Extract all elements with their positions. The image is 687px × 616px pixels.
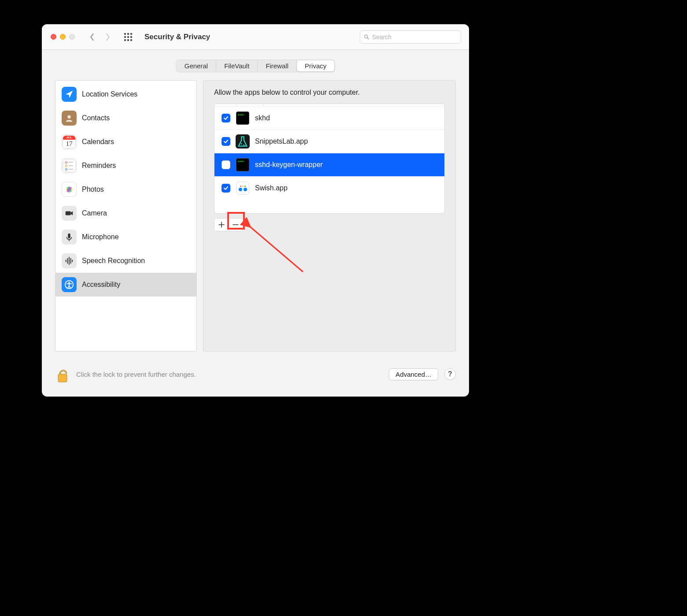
swish-dots-icon: [236, 181, 250, 195]
lock-text: Click the lock to prevent further change…: [76, 371, 196, 378]
annotation-arrow: [246, 223, 312, 276]
chevron-left-icon: [89, 33, 95, 41]
svg-rect-19: [68, 234, 70, 238]
help-button[interactable]: ?: [444, 368, 456, 380]
svg-point-11: [67, 115, 70, 119]
sidebar-item-camera[interactable]: Camera: [55, 201, 196, 225]
toolbar: Security & Privacy: [42, 24, 469, 50]
sidebar-item-label: Photos: [82, 186, 104, 193]
grid-icon: [124, 33, 132, 41]
remove-app-button[interactable]: [229, 219, 243, 231]
app-name-label: skhd: [255, 114, 270, 122]
waveform-icon: [62, 253, 77, 268]
scroll-clipped-indicator: [214, 104, 444, 107]
app-list[interactable]: execskhdSnippetsLab.appexecsshd-keygen-w…: [214, 104, 445, 214]
sidebar-item-location-services[interactable]: Location Services: [55, 82, 196, 106]
pane-heading: Allow the apps below to control your com…: [214, 89, 445, 96]
panes: Location ServicesContactsJUL17CalendarsR…: [55, 80, 456, 352]
sidebar-item-label: Reminders: [82, 162, 116, 170]
footer: Click the lock to prevent further change…: [42, 360, 469, 397]
tab-general[interactable]: General: [177, 60, 216, 71]
search-icon: [364, 34, 369, 40]
tab-privacy[interactable]: Privacy: [297, 60, 334, 71]
sidebar-item-label: Calendars: [82, 138, 114, 146]
app-checkbox[interactable]: [222, 114, 230, 122]
zoom-button[interactable]: [69, 34, 75, 40]
camera-icon: [62, 206, 77, 221]
app-row[interactable]: execsshd-keygen-wrapper: [214, 153, 444, 177]
app-row[interactable]: SnippetsLab.app: [214, 130, 444, 153]
show-all-button[interactable]: [122, 31, 134, 43]
lock-icon[interactable]: [55, 365, 70, 383]
add-remove-controls: [214, 218, 243, 231]
add-app-button[interactable]: [214, 219, 229, 231]
app-checkbox[interactable]: [222, 137, 230, 146]
segmented-control: GeneralFileVaultFirewallPrivacy: [176, 59, 336, 72]
svg-line-10: [367, 37, 369, 39]
check-icon: [223, 186, 229, 191]
location-arrow-icon: [62, 87, 77, 102]
app-row[interactable]: Swish.app: [214, 177, 444, 200]
contacts-icon: [62, 111, 77, 126]
exec-icon: exec: [236, 158, 250, 172]
preferences-window: Security & Privacy GeneralFileVaultFirew…: [42, 24, 469, 397]
window-controls: [51, 34, 75, 40]
sidebar-item-label: Location Services: [82, 90, 137, 98]
window-title: Security & Privacy: [144, 33, 210, 41]
svg-rect-0: [124, 33, 126, 35]
svg-rect-4: [127, 36, 129, 38]
svg-rect-5: [130, 36, 132, 38]
app-row[interactable]: execskhd: [214, 107, 444, 130]
sidebar-item-label: Microphone: [82, 233, 119, 241]
check-icon: [223, 115, 229, 121]
sidebar-item-label: Speech Recognition: [82, 257, 145, 265]
microphone-icon: [62, 230, 77, 245]
flask-icon: [236, 134, 250, 148]
privacy-categories-sidebar[interactable]: Location ServicesContactsJUL17CalendarsR…: [55, 80, 197, 352]
forward-button[interactable]: [102, 31, 114, 43]
accessibility-icon: [62, 277, 77, 292]
calendar-icon: JUL17: [62, 134, 77, 149]
tab-firewall[interactable]: Firewall: [258, 60, 297, 71]
svg-rect-18: [66, 211, 71, 215]
plus-icon: [218, 222, 225, 228]
sidebar-item-label: Accessibility: [82, 281, 120, 289]
svg-rect-3: [124, 36, 126, 38]
svg-rect-2: [130, 33, 132, 35]
svg-line-30: [249, 226, 303, 272]
svg-point-27: [68, 282, 70, 284]
sidebar-item-photos[interactable]: Photos: [55, 178, 196, 201]
minimize-button[interactable]: [60, 34, 66, 40]
minus-icon: [233, 222, 239, 228]
svg-rect-7: [127, 39, 129, 41]
photos-icon: [62, 182, 77, 197]
svg-rect-31: [58, 374, 67, 382]
sidebar-item-calendars[interactable]: JUL17Calendars: [55, 130, 196, 154]
svg-rect-8: [130, 39, 132, 41]
sidebar-item-speech-recognition[interactable]: Speech Recognition: [55, 249, 196, 273]
sidebar-item-contacts[interactable]: Contacts: [55, 106, 196, 130]
svg-point-28: [241, 143, 242, 145]
app-checkbox[interactable]: [222, 160, 230, 169]
search-field[interactable]: [360, 30, 461, 44]
chevron-right-icon: [105, 33, 111, 41]
app-name-label: SnippetsLab.app: [255, 137, 308, 145]
tab-bar: GeneralFileVaultFirewallPrivacy: [55, 59, 456, 72]
app-name-label: sshd-keygen-wrapper: [255, 161, 323, 169]
check-icon: [223, 139, 229, 144]
app-checkbox[interactable]: [222, 184, 230, 193]
tab-filevault[interactable]: FileVault: [216, 60, 258, 71]
advanced-button[interactable]: Advanced…: [389, 368, 438, 380]
sidebar-item-accessibility[interactable]: Accessibility: [55, 273, 196, 297]
close-button[interactable]: [51, 34, 56, 40]
reminders-icon: [62, 158, 77, 173]
sidebar-item-reminders[interactable]: Reminders: [55, 154, 196, 178]
exec-icon: exec: [236, 111, 250, 125]
app-name-label: Swish.app: [255, 184, 288, 192]
sidebar-item-microphone[interactable]: Microphone: [55, 225, 196, 249]
svg-point-29: [243, 145, 244, 146]
content-area: GeneralFileVaultFirewallPrivacy Location…: [42, 50, 469, 360]
back-button[interactable]: [86, 31, 98, 43]
svg-rect-1: [127, 33, 129, 35]
search-input[interactable]: [372, 33, 457, 41]
